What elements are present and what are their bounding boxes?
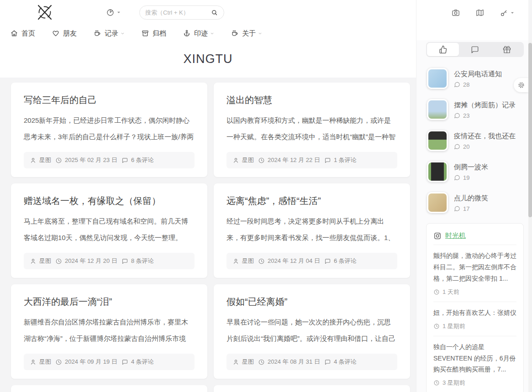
right-sidebar: 公安局电话通知 28 摆摊（烤面筋）记录 23 疫情还在，我也还在 — [416, 0, 528, 392]
avatar — [427, 99, 448, 120]
avatar — [427, 161, 448, 182]
post-comments[interactable]: 8 条评论 — [121, 257, 154, 265]
person-icon — [30, 157, 37, 164]
list-item[interactable]: 公安局电话通知 28 — [416, 64, 528, 93]
comment-icon — [454, 81, 460, 88]
post-meta: 星图 2024 年 12 月 20 日 8 条评论 — [24, 253, 195, 269]
post-comments[interactable]: 4 条评论 — [324, 358, 357, 366]
post-card[interactable]: 大西洋的最后一滴“泪” 新疆维吾尔自治区博尔塔拉蒙古自治州博乐市，赛里木湖古称“… — [11, 284, 207, 379]
post-card[interactable]: 远离“焦虑”，感悟“生活” 经过一段时间思考，决定将更多时间从手机上分离出来，有… — [214, 183, 410, 278]
comment-icon — [324, 258, 331, 265]
tab-comments[interactable] — [459, 43, 491, 56]
post-date: 2024 年 09 月 19 日 — [55, 358, 117, 366]
post-title[interactable]: 假如“已经离婚” — [226, 296, 397, 308]
post-excerpt: 经过一段时间思考，决定将更多时间从手机上分离出来，有更多时间来看书发呆，找一些朋… — [226, 213, 397, 246]
post-title[interactable]: 溢出的智慧 — [226, 94, 397, 106]
nav-item-about[interactable]: 关于 — [231, 29, 262, 38]
hot-title[interactable]: 倒腾一波米 — [454, 162, 488, 172]
post-list-area: 写给三年后的自己 2025新年开始，已经进步日常工作状态，偶尔闲时静心思考未来，… — [0, 78, 416, 392]
settings-button[interactable] — [514, 78, 528, 92]
post-card[interactable]: 搭建微信公众号快速发布“时光机/说说” ... 通过摸索和折腾，把一件事做成，会… — [11, 385, 207, 392]
theme-dropdown[interactable] — [106, 8, 121, 17]
post-card[interactable]: 溢出的智慧 以国内教育环境和方式，幽默是一种稀缺能力，或许是一种天赋。在各类交流… — [214, 83, 410, 177]
timeline-time: 1 星期前 — [433, 322, 516, 330]
main-nav: 首页 朋友 记录 — [0, 25, 416, 42]
person-icon — [30, 359, 37, 366]
page-title: XINGTU — [0, 52, 416, 66]
list-item[interactable]: 倒腾一波米 19 — [416, 157, 528, 186]
post-comments[interactable]: 6 条评论 — [121, 156, 154, 164]
scrollbar-thumb[interactable] — [528, 43, 532, 217]
nav-item-records[interactable]: 记录 — [93, 29, 125, 38]
timeline-entry[interactable]: 妞，开始有喜欢艺人：张婧仪 1 星期前 — [433, 302, 516, 336]
person-icon — [232, 359, 239, 366]
post-meta: 星图 2024 年 08 月 31 日 4 条评论 — [226, 354, 397, 370]
post-author: 星图 — [30, 257, 51, 265]
search-input[interactable] — [145, 9, 211, 16]
post-title[interactable]: 大西洋的最后一滴“泪” — [24, 296, 195, 308]
hot-title[interactable]: 疫情还在，我也还在 — [454, 131, 516, 141]
nav-item-traces[interactable]: 印迹 — [183, 29, 214, 38]
time-machine-link[interactable]: 时光机 — [445, 231, 466, 240]
hot-count: 28 — [454, 81, 502, 88]
timeline-entry[interactable]: 颤抖的腿，激动的心终于考过科目二。第一把因左倒库不合格，第二把因安全带扣 1..… — [433, 245, 516, 302]
camera-icon[interactable] — [451, 8, 460, 17]
sidebar-spacer — [416, 26, 528, 40]
post-comments[interactable]: 6 条评论 — [324, 257, 357, 265]
comment-icon — [454, 174, 460, 181]
hot-count: 23 — [454, 112, 516, 119]
post-excerpt: 早晨在讨论一些问题，她一次次的接开内心伤疤，沉思片刻后说出“我们离婚吧”。或许没… — [226, 314, 397, 347]
post-excerpt: 马上年底将至，整理下自己现有域名和空间。前几天博客域名过期10天，偶然见访问发现… — [24, 213, 195, 246]
hot-count: 20 — [454, 143, 516, 150]
post-date: 2024 年 12 月 22 日 — [258, 156, 320, 164]
comment-icon — [454, 205, 460, 212]
search-box[interactable] — [139, 5, 224, 20]
post-comments[interactable]: 1 条评论 — [324, 156, 357, 164]
clock-icon — [433, 323, 440, 329]
hot-count: 17 — [454, 205, 488, 212]
clock-icon — [55, 157, 62, 164]
hot-title[interactable]: 点儿的微笑 — [454, 193, 488, 203]
post-card[interactable]: VPS折腾一圈 突然而来的折腾心，想从头来一次VPS安装，从SSH到系统、宝塔到… — [214, 385, 410, 392]
hot-posts-list: 公安局电话通知 28 摆摊（烤面筋）记录 23 疫情还在，我也还在 — [416, 64, 528, 217]
nav-item-home[interactable]: 首页 — [10, 29, 35, 38]
time-machine-card: 时光机 颤抖的腿，激动的心终于考过科目二。第一把因左倒库不合格，第二把因安全带扣… — [426, 223, 524, 392]
person-icon — [232, 258, 239, 265]
site-logo[interactable] — [33, 1, 57, 24]
post-excerpt: 以国内教育环境和方式，幽默是一种稀缺能力，或许是一种天赋。在各类交流环境中，适当… — [226, 112, 397, 145]
scrollbar-track[interactable] — [528, 40, 532, 392]
list-item[interactable]: 摆摊（烤面筋）记录 23 — [416, 95, 528, 124]
gear-icon — [517, 81, 525, 89]
post-card[interactable]: 写给三年后的自己 2025新年开始，已经进步日常工作状态，偶尔闲时静心思考未来，… — [11, 83, 207, 177]
post-card[interactable]: 赠送域名一枚，有缘取之（保留） 马上年底将至，整理下自己现有域名和空间。前几天博… — [11, 183, 207, 278]
hot-title[interactable]: 摆摊（烤面筋）记录 — [454, 100, 516, 110]
person-icon — [30, 258, 37, 265]
post-title[interactable]: 远离“焦虑”，感悟“生活” — [226, 195, 397, 207]
clock-icon — [258, 157, 265, 164]
login-dropdown[interactable] — [500, 9, 515, 17]
timeline-entry[interactable]: 独自一个人的追星 SEVENTEEN 的经历，6月份购买在酷狗购买画册，7...… — [433, 336, 516, 392]
clock-icon — [433, 380, 440, 386]
tab-gifts[interactable] — [491, 43, 523, 56]
search-icon[interactable] — [211, 9, 218, 16]
avatar — [427, 68, 448, 89]
nav-label: 朋友 — [63, 29, 77, 38]
map-icon[interactable] — [475, 8, 485, 17]
post-comments[interactable]: 4 条评论 — [121, 358, 154, 366]
hot-title[interactable]: 公安局电话通知 — [454, 69, 502, 79]
top-bar — [0, 0, 416, 25]
tab-likes[interactable] — [427, 43, 459, 56]
post-card[interactable]: 假如“已经离婚” 早晨在讨论一些问题，她一次次的接开内心伤疤，沉思片刻后说出“我… — [214, 284, 410, 379]
archive-box-icon — [141, 29, 149, 37]
nav-item-friends[interactable]: 朋友 — [52, 29, 77, 38]
nav-item-archive[interactable]: 归档 — [141, 29, 166, 38]
comment-icon — [324, 359, 331, 366]
avatar — [427, 192, 448, 213]
list-item[interactable]: 点儿的微笑 17 — [416, 188, 528, 217]
heart-icon — [52, 29, 60, 37]
list-item[interactable]: 疫情还在，我也还在 20 — [416, 126, 528, 155]
post-author: 星图 — [30, 156, 51, 164]
post-title[interactable]: 写给三年后的自己 — [24, 94, 195, 106]
post-title[interactable]: 赠送域名一枚，有缘取之（保留） — [24, 195, 195, 207]
pie-chart-icon — [106, 8, 115, 17]
